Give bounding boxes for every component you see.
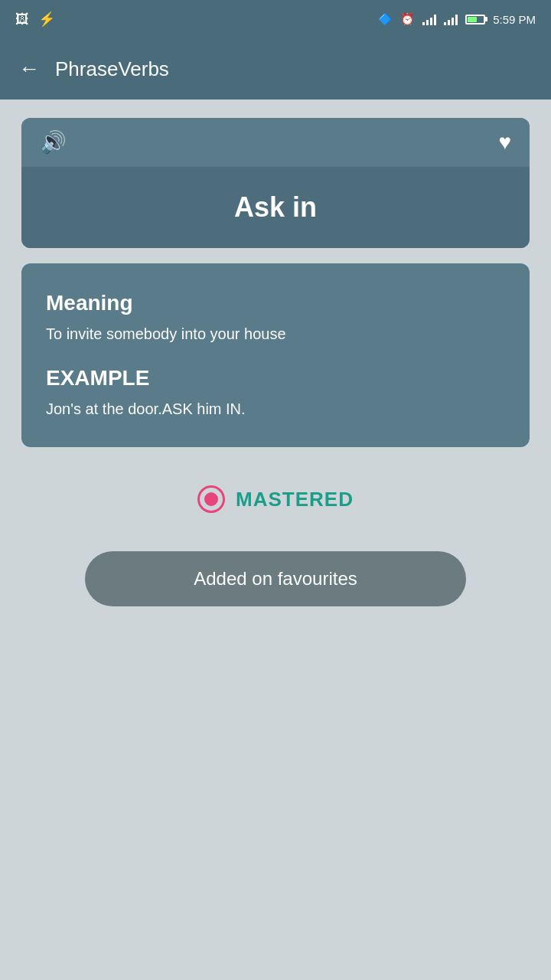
example-section: EXAMPLE Jon's at the door.ASK him IN. — [46, 366, 505, 420]
status-bar-left: 🖼 ⚡ — [15, 11, 55, 28]
sound-button[interactable]: 🔊 — [40, 132, 67, 153]
status-bar: 🖼 ⚡ 🔷 ⏰ 5:59 PM — [0, 0, 551, 38]
bluetooth-icon: 🔷 — [378, 12, 393, 26]
alarm-icon: ⏰ — [400, 12, 415, 26]
image-icon: 🖼 — [15, 11, 29, 28]
clock: 5:59 PM — [493, 13, 536, 26]
meaning-text: To invite somebody into your house — [46, 323, 505, 345]
mastered-radio-inner — [204, 492, 218, 506]
phrase-text-area: Ask in — [21, 167, 530, 248]
meaning-title: Meaning — [46, 291, 505, 315]
meaning-section: Meaning To invite somebody into your hou… — [46, 291, 505, 345]
battery-icon — [465, 15, 485, 24]
favourites-button[interactable]: Added on favourites — [85, 551, 466, 606]
mastered-row: MASTERED — [21, 485, 530, 513]
app-bar: ← PhraseVerbs — [0, 38, 551, 100]
example-text: Jon's at the door.ASK him IN. — [46, 398, 505, 420]
mastered-radio[interactable] — [197, 485, 225, 513]
app-title: PhraseVerbs — [55, 57, 169, 81]
phrase-card-controls: 🔊 ♥ — [21, 118, 530, 167]
mastered-label: MASTERED — [236, 488, 354, 511]
definition-card: Meaning To invite somebody into your hou… — [21, 263, 530, 447]
status-bar-right: 🔷 ⏰ 5:59 PM — [378, 12, 536, 26]
favourite-button[interactable]: ♥ — [498, 132, 511, 153]
usb-icon: ⚡ — [38, 11, 55, 28]
phrase-text: Ask in — [234, 191, 317, 224]
main-content: 🔊 ♥ Ask in Meaning To invite somebody in… — [0, 100, 551, 625]
signal-bars-2 — [444, 13, 458, 25]
back-button[interactable]: ← — [18, 58, 40, 80]
signal-bars-1 — [422, 13, 436, 25]
phrase-card: 🔊 ♥ Ask in — [21, 118, 530, 248]
battery-fill — [468, 17, 477, 22]
battery — [465, 15, 485, 24]
example-title: EXAMPLE — [46, 366, 505, 390]
